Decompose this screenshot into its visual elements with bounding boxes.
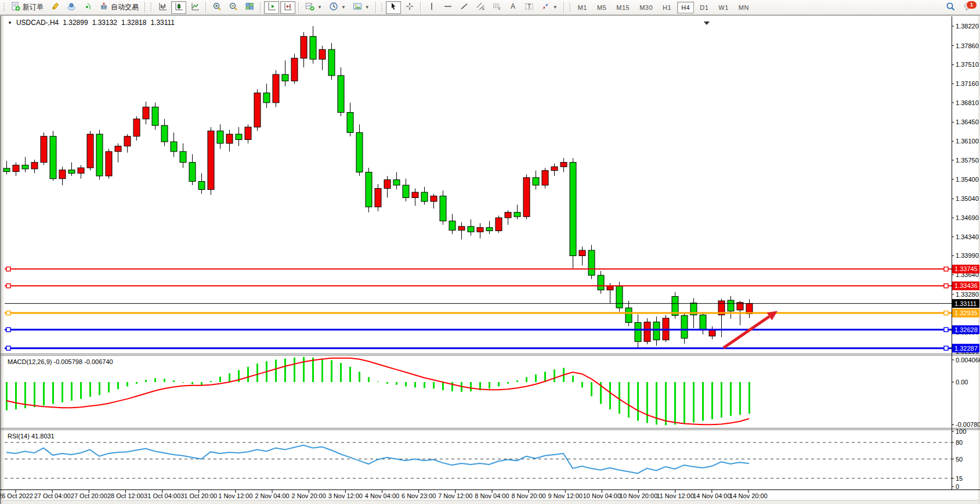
- price-axis-label: 1.36100: [956, 138, 979, 145]
- tab-timeframe-M30[interactable]: M30: [635, 2, 657, 13]
- chart-window[interactable]: 1.382201.378601.375101.371601.368101.364…: [0, 15, 980, 504]
- tab-timeframe-M1[interactable]: M1: [574, 2, 591, 13]
- fibonacci-button[interactable]: F: [489, 1, 504, 14]
- candle-body: [22, 165, 28, 169]
- indicators-button[interactable]: ▼: [302, 1, 325, 14]
- bar-chart-button[interactable]: [155, 1, 170, 14]
- tab-timeframe-H4[interactable]: H4: [677, 2, 694, 13]
- tab-timeframe-M15[interactable]: M15: [612, 2, 634, 13]
- trendline-button[interactable]: [457, 1, 472, 14]
- toolbar-grip[interactable]: [569, 3, 572, 12]
- chevron-down-icon: ▼: [365, 5, 370, 10]
- candle-body: [273, 74, 279, 103]
- toolbar-separator: [298, 2, 299, 13]
- channel-button[interactable]: E: [473, 1, 488, 14]
- time-axis-label: 8 Nov 04:00: [475, 492, 509, 499]
- candle-body: [635, 322, 641, 341]
- chart-shift-icon: [283, 2, 292, 13]
- line-handle[interactable]: [6, 311, 10, 315]
- candle-body: [198, 181, 205, 189]
- toolbar-grip[interactable]: [3, 3, 6, 12]
- candle-body: [486, 228, 493, 231]
- candle-body: [625, 308, 632, 322]
- candle-body: [106, 152, 112, 176]
- candle-body: [236, 134, 242, 139]
- price-tag-label: 1.32935: [954, 309, 978, 316]
- search-button[interactable]: [943, 1, 959, 14]
- market-button[interactable]: [64, 1, 79, 14]
- templates-button[interactable]: ▼: [350, 1, 373, 14]
- vertical-line-button[interactable]: [424, 1, 439, 14]
- chart-background: [0, 15, 980, 504]
- line-handle[interactable]: [944, 267, 948, 271]
- candle-body: [31, 163, 38, 169]
- line-handle[interactable]: [6, 327, 10, 332]
- tab-timeframe-H1[interactable]: H1: [659, 2, 675, 13]
- arrows-button[interactable]: ▼: [538, 1, 560, 14]
- market-icon: [67, 2, 76, 13]
- tab-timeframe-MN[interactable]: MN: [735, 2, 753, 13]
- horizontal-line-button[interactable]: [440, 1, 455, 14]
- text-button[interactable]: A: [505, 1, 520, 14]
- candlestick-button[interactable]: [171, 1, 186, 14]
- candle-body: [421, 192, 428, 201]
- tab-timeframe-D1[interactable]: D1: [696, 2, 713, 13]
- periods-button[interactable]: ▼: [326, 1, 349, 14]
- cursor-button[interactable]: [386, 1, 401, 14]
- tab-timeframe-W1[interactable]: W1: [714, 2, 733, 13]
- line-handle[interactable]: [944, 284, 948, 288]
- line-handle[interactable]: [6, 267, 10, 271]
- signals-button[interactable]: [80, 1, 95, 14]
- price-axis-label: 1.36450: [956, 118, 979, 125]
- macd-signal-value: -0.006740: [84, 358, 113, 365]
- crayon-icon: [50, 2, 60, 13]
- tab-timeframe-M5[interactable]: M5: [593, 2, 610, 13]
- collapse-triangle-icon[interactable]: ▼: [8, 20, 12, 26]
- line-handle[interactable]: [6, 346, 10, 350]
- toolbar-grip[interactable]: [150, 3, 153, 12]
- crosshair-icon: [405, 2, 414, 13]
- price-axis-label: 1.37510: [956, 61, 979, 68]
- chart-canvas[interactable]: 1.382201.378601.375101.371601.368101.364…: [0, 15, 980, 504]
- line-handle[interactable]: [944, 327, 948, 332]
- price-tag-label: 1.32628: [954, 326, 978, 333]
- macd-axis-label: -0.007809: [956, 421, 980, 428]
- channel-icon: E: [476, 2, 485, 13]
- notifications-button[interactable]: 1: [962, 1, 976, 14]
- quick-draw-button[interactable]: [48, 1, 63, 14]
- zoom-in-button[interactable]: [209, 1, 225, 14]
- auto-trading-button[interactable]: 自动交易: [96, 1, 142, 14]
- label-icon: T: [525, 2, 534, 13]
- candle-body: [282, 74, 288, 81]
- svg-text:E: E: [482, 7, 484, 10]
- line-handle[interactable]: [944, 346, 948, 350]
- label-button[interactable]: T: [522, 1, 537, 14]
- toolbar-grip[interactable]: [381, 3, 384, 12]
- candle-body: [59, 170, 66, 179]
- tile-windows-button[interactable]: [242, 1, 257, 14]
- line-chart-button[interactable]: [187, 1, 202, 14]
- line-handle[interactable]: [944, 311, 948, 315]
- chart-shift-button[interactable]: [280, 1, 295, 14]
- bar-chart-icon: [158, 2, 167, 13]
- zoom-out-button[interactable]: [226, 1, 241, 14]
- auto-scroll-button[interactable]: [264, 1, 279, 14]
- autotrading-icon: [99, 2, 109, 13]
- macd-indicator-label: MACD(12,26,9) -0.005798 -0.006740: [8, 358, 113, 365]
- zoom-out-icon: [229, 2, 238, 13]
- candle-body: [50, 136, 56, 179]
- new-order-button[interactable]: 新订单: [8, 1, 46, 14]
- time-axis-label: 31 Oct 04:00: [144, 492, 180, 499]
- toolbar-separator: [563, 2, 565, 13]
- candle-body: [523, 178, 530, 217]
- candle-body: [161, 125, 168, 142]
- candle-body: [226, 134, 233, 143]
- time-axis-label: 9 Nov 12:00: [548, 492, 583, 499]
- rsi-value: 41.8031: [31, 433, 55, 440]
- crosshair-button[interactable]: [402, 1, 417, 14]
- line-handle[interactable]: [6, 284, 10, 288]
- chevron-down-icon: ▼: [341, 5, 346, 10]
- toolbar-separator: [260, 2, 261, 13]
- notification-badge: 1: [966, 1, 977, 9]
- candle-body: [598, 275, 604, 290]
